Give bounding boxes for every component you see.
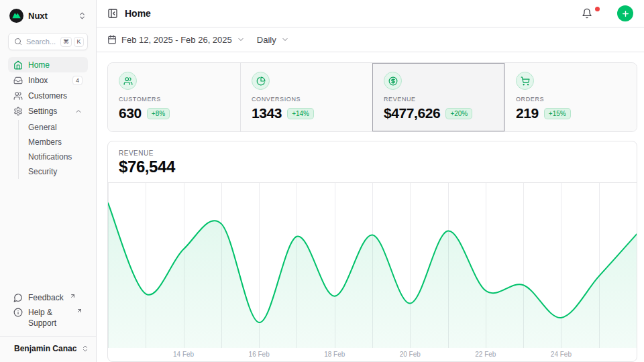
gear-icon <box>13 107 23 116</box>
kbd-k: K <box>74 37 84 47</box>
stat-label: REVENUE <box>384 96 494 103</box>
chart-x-axis: 14 Feb 16 Feb 18 Feb 20 Feb 22 Feb 24 Fe… <box>108 348 637 361</box>
stat-value: 1343 <box>252 105 282 121</box>
inbox-count-badge: 4 <box>72 76 83 85</box>
x-tick-label: 16 Feb <box>249 351 270 358</box>
stats-row: CUSTOMERS 630 +8% CONVERSIONS 1343 +14% … <box>107 62 637 132</box>
users-icon <box>123 76 133 86</box>
pie-chart-icon <box>256 76 266 86</box>
granularity-value: Daily <box>257 35 276 45</box>
stat-delta-badge: +8% <box>147 108 170 119</box>
dashboard-content: CUSTOMERS 630 +8% CONVERSIONS 1343 +14% … <box>97 52 644 362</box>
x-tick-label: 20 Feb <box>400 351 421 358</box>
chart-metric-label: REVENUE <box>119 149 626 157</box>
stat-value: 630 <box>119 105 142 121</box>
calendar-icon <box>107 35 117 44</box>
stat-card-revenue[interactable]: REVENUE $477,626 +20% <box>372 63 504 131</box>
sidebar-item-security[interactable]: Security <box>28 164 88 179</box>
chevron-down-icon <box>237 36 245 44</box>
settings-sub-list: General Members Notifications Security <box>18 120 88 179</box>
stat-delta-badge: +20% <box>445 108 472 119</box>
feedback-label: Feedback <box>28 292 64 303</box>
chart-header: REVENUE $76,544 <box>108 141 637 183</box>
x-tick-label: 18 Feb <box>324 351 345 358</box>
stat-label: ORDERS <box>516 96 626 103</box>
sidebar-nav: Home Inbox 4 Customers Settings General … <box>8 57 88 179</box>
chevron-down-icon <box>281 36 289 44</box>
revenue-chart-card: REVENUE $76,544 14 Feb 16 Feb <box>107 141 637 362</box>
x-tick-label: 14 Feb <box>173 351 194 358</box>
chart-metric-value: $76,544 <box>119 158 626 176</box>
sidebar-item-home[interactable]: Home <box>8 57 88 72</box>
info-icon <box>13 308 23 317</box>
search-input[interactable]: Search... ⌘ K <box>8 33 88 50</box>
sidebar-item-settings[interactable]: Settings <box>8 103 88 119</box>
stat-card-conversions[interactable]: CONVERSIONS 1343 +14% <box>240 63 372 131</box>
inbox-icon <box>13 76 23 85</box>
user-menu[interactable]: Benjamin Canac <box>8 337 88 361</box>
stat-card-customers[interactable]: CUSTOMERS 630 +8% <box>108 63 240 131</box>
sidebar-item-inbox[interactable]: Inbox 4 <box>8 72 88 88</box>
sidebar-item-label: Customers <box>28 91 83 101</box>
chevrons-up-down-icon <box>81 345 89 353</box>
sidebar-item-label: Settings <box>28 107 69 116</box>
collapse-sidebar-button[interactable] <box>107 8 118 19</box>
message-circle-icon <box>13 293 23 302</box>
granularity-select[interactable]: Daily <box>257 35 289 45</box>
workspace-selector[interactable]: Nuxt <box>8 7 88 24</box>
search-icon <box>14 38 22 46</box>
revenue-chart[interactable] <box>108 183 637 348</box>
revenue-area-chart <box>108 183 637 348</box>
nuxt-logo-icon <box>9 9 23 23</box>
external-link-icon <box>76 308 83 314</box>
stat-label: CUSTOMERS <box>119 96 229 103</box>
home-icon <box>13 60 23 70</box>
sidebar: Nuxt Search... ⌘ K Home Inbox 4 Customer… <box>0 0 97 362</box>
x-tick-label: 24 Feb <box>551 351 572 358</box>
feedback-link[interactable]: Feedback <box>8 290 88 305</box>
user-name: Benjamin Canac <box>14 344 76 353</box>
filter-toolbar: Feb 12, 2025 - Feb 26, 2025 Daily <box>97 27 644 52</box>
circle-dollar-icon <box>388 76 398 86</box>
add-button[interactable] <box>617 5 633 21</box>
stat-delta-badge: +14% <box>287 108 314 119</box>
date-range-picker[interactable]: Feb 12, 2025 - Feb 26, 2025 <box>107 35 245 45</box>
sidebar-item-members[interactable]: Members <box>28 135 88 149</box>
sidebar-item-customers[interactable]: Customers <box>8 88 88 103</box>
help-support-link[interactable]: Help & Support <box>8 305 88 330</box>
top-header: Home <box>97 0 644 27</box>
page-title: Home <box>125 8 575 19</box>
x-tick-label: 22 Feb <box>475 351 496 358</box>
sidebar-item-label: Home <box>28 60 83 70</box>
kbd-cmd: ⌘ <box>60 37 72 47</box>
search-shortcut: ⌘ K <box>60 37 84 47</box>
chart-area-fill <box>108 203 637 348</box>
sidebar-item-general[interactable]: General <box>28 120 88 135</box>
external-link-icon <box>70 293 76 299</box>
plus-icon <box>621 9 630 18</box>
stat-delta-badge: +15% <box>544 108 571 119</box>
sidebar-item-label: Inbox <box>28 76 67 85</box>
chevrons-up-down-icon <box>78 11 87 20</box>
search-placeholder: Search... <box>26 38 56 46</box>
notifications-button[interactable] <box>582 8 592 19</box>
stat-label: CONVERSIONS <box>252 96 362 103</box>
stat-value: $477,626 <box>384 105 440 121</box>
sidebar-item-notifications[interactable]: Notifications <box>28 149 88 164</box>
stat-value: 219 <box>516 105 539 121</box>
date-range-value: Feb 12, 2025 - Feb 26, 2025 <box>121 35 232 45</box>
workspace-name: Nuxt <box>28 11 73 21</box>
stat-card-orders[interactable]: ORDERS 219 +15% <box>504 63 637 131</box>
chevron-up-icon <box>74 107 83 115</box>
notification-dot <box>595 7 600 11</box>
users-icon <box>13 91 23 101</box>
cart-icon <box>521 76 530 86</box>
main-area: Home Feb 12, 2025 - Feb 26, 2025 Daily C… <box>97 0 644 362</box>
help-support-label: Help & Support <box>28 307 70 328</box>
sidebar-spacer <box>8 179 88 290</box>
